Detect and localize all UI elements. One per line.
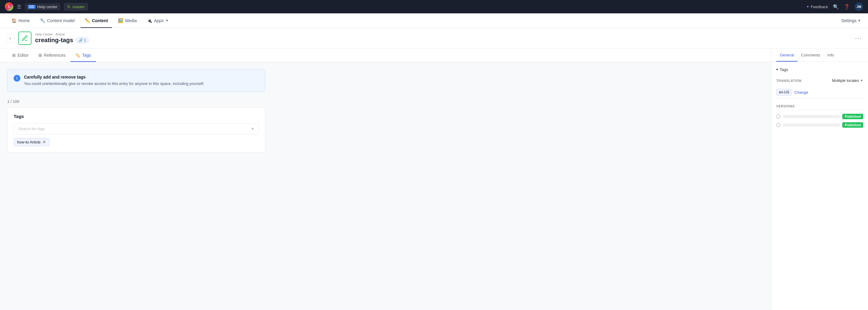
tags-section-title: Tags [13,114,259,119]
entry-title: creating-tags [35,37,73,44]
info-box: i Carefully add and remove tags You coul… [7,69,265,92]
back-arrow-icon: ‹ [9,35,11,41]
entry-meta: Help Center · Article creating-tags 🔗 1 [35,32,89,44]
translation-locales: Multiple locales [832,78,859,83]
content-area: ⊞ Editor ⊞ References 🏷️ Tags i Carefull… [0,49,868,310]
link-icon: 🔗 [79,38,83,43]
home-icon: 🏠 [11,18,17,23]
user-initials: JM [857,5,861,8]
main-content: i Carefully add and remove tags You coul… [0,62,273,160]
nav-home[interactable]: 🏠 Home [7,13,34,28]
link-badge[interactable]: 🔗 1 [76,37,89,44]
version-row-1: Published [776,114,863,119]
locale-row: en-US Change [776,86,863,98]
sidebar-tabs: General Comments Info [771,49,868,62]
feedback-button[interactable]: Feedback [806,4,828,9]
tab-references[interactable]: ⊞ References [34,49,70,62]
sidebar-tab-comments[interactable]: Comments [798,49,824,62]
hamburger-icon[interactable]: ☰ [17,4,21,10]
entry-title-row: creating-tags 🔗 1 [35,37,89,44]
top-nav: C ☰ CO Help center master Feedback 🔍 ❓ J… [0,0,868,13]
top-nav-left: C ☰ CO Help center master [5,2,88,11]
nav-home-label: Home [19,18,30,23]
secondary-nav: 🏠 Home 🔧 Content model ✏️ Content 🖼️ Med… [0,13,868,28]
change-locale-link[interactable]: Change [795,90,808,95]
tags-count: 1 / 100 [7,99,265,104]
sidebar-translation-section: TRANSLATION Multiple locales ▼ en-US Cha… [776,78,863,98]
more-button[interactable]: ··· [855,35,862,41]
tab-tags[interactable]: 🏷️ Tags [70,49,96,62]
right-sidebar: General Comments Info Tags TRANSLATION [771,49,868,310]
nav-content-label: Content [92,18,108,23]
nav-content-model[interactable]: 🔧 Content model [36,13,79,28]
nav-media-label: Media [125,18,136,23]
secondary-nav-left: 🏠 Home 🔧 Content model ✏️ Content 🖼️ Med… [7,13,173,28]
tab-references-label: References [44,53,66,58]
editor-icon: ⊞ [12,53,16,58]
search-tags-placeholder: Search for tags [18,126,45,131]
references-icon: ⊞ [38,53,42,58]
sidebar-tab-info[interactable]: Info [824,49,838,62]
nav-apps[interactable]: 🔌 Apps ▼ [143,13,173,28]
tags-section: Tags Search for tags ▼ how-to Article ✕ [7,107,265,152]
tabs-bar: ⊞ Editor ⊞ References 🏷️ Tags [0,49,771,62]
tab-editor-label: Editor [18,53,29,58]
search-icon[interactable]: 🔍 [833,4,839,10]
settings-button[interactable]: Settings ▼ [841,18,861,23]
wrench-icon: 🔧 [40,18,45,23]
chevron-down-icon: ▼ [250,126,254,131]
sidebar-tab-general[interactable]: General [776,49,798,62]
nav-content-model-label: Content model [47,18,74,23]
back-button[interactable]: ‹ [6,34,14,43]
tab-editor[interactable]: ⊞ Editor [7,49,34,62]
sidebar-content: Tags TRANSLATION Multiple locales ▼ en-U… [771,62,868,136]
user-avatar[interactable]: JM [855,2,863,11]
link-count: 1 [84,38,86,43]
version-radio-2[interactable] [776,123,780,127]
nav-content[interactable]: ✏️ Content [81,13,112,28]
entry-icon [18,32,31,45]
nav-media[interactable]: 🖼️ Media [114,13,141,28]
published-badge-1: Published [842,114,863,119]
apps-chevron-icon: ▼ [165,19,168,22]
branch-name: master [72,4,85,9]
tag-chip-label: how-to Article [17,140,40,144]
tags-icon: 🏷️ [75,53,80,58]
image-icon: 🖼️ [118,18,123,23]
version-radio-1[interactable] [776,114,780,119]
translation-label: TRANSLATION [776,79,802,83]
brand-name: Help center [37,4,57,9]
versions-section: VERSIONS Published Published [776,104,863,128]
branch-badge[interactable]: master [64,3,88,10]
entry-type: Help Center · Article [35,32,89,36]
published-badge-2: Published [842,122,863,128]
info-box-description: You could unintentionally give or revoke… [24,81,205,87]
tag-chip-remove-button[interactable]: ✕ [42,140,46,144]
help-icon[interactable]: ❓ [844,4,850,10]
logo[interactable]: C [5,2,13,11]
logo-text: C [8,5,10,8]
sidebar-tags-label: Tags [780,67,788,72]
locale-badge: en-US [776,89,792,95]
translation-row: TRANSLATION Multiple locales ▼ [776,78,863,83]
nav-apps-label: Apps [154,18,163,23]
entry-header: ‹ Help Center · Article creating-tags 🔗 … [0,28,868,49]
search-tags-input[interactable]: Search for tags ▼ [13,123,259,134]
info-box-text: Carefully add and remove tags You could … [24,75,205,87]
sidebar-tags-item: Tags [776,67,863,72]
brand-badge[interactable]: CO Help center [25,3,60,10]
sidebar-tab-info-label: Info [828,53,834,57]
tab-tags-label: Tags [82,53,91,58]
entry-header-left: ‹ Help Center · Article creating-tags 🔗 … [6,32,89,45]
tag-chips: how-to Article ✕ [13,138,259,146]
info-box-title: Carefully add and remove tags [24,75,205,80]
translation-value[interactable]: Multiple locales ▼ [832,78,863,83]
sidebar-tab-general-label: General [780,53,794,57]
apps-icon: 🔌 [147,18,152,23]
co-badge: CO [28,5,35,9]
more-icon: ··· [855,35,862,41]
sidebar-tags-section: Tags [776,67,863,72]
version-info-1 [783,115,840,118]
translation-chevron-icon: ▼ [860,79,863,82]
top-nav-right: Feedback 🔍 ❓ JM [806,2,863,11]
